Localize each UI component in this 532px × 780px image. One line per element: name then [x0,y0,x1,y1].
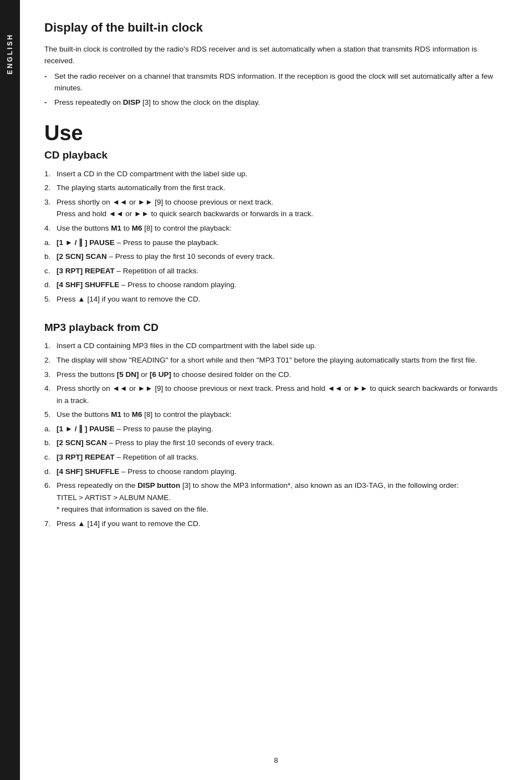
prev-icon: ◄◄ [112,198,127,206]
mp3-item-c: c. [3 RPT] REPEAT – Repetition of all tr… [44,451,503,463]
sidebar: ENGLISH [0,0,20,780]
mp3-num-d: d. [44,466,57,478]
clock-bullet-1-text: Set the radio receiver on a channel that… [54,71,503,94]
prev-icon-mp3-2: ◄◄ [328,384,342,392]
cd-num-a: a. [44,237,57,249]
use-heading: Use [44,122,503,145]
mp3-num-6: 6. [44,480,57,492]
mp3-num-3: 3. [44,369,57,381]
cd-item-4: 4. Use the buttons M1 to M6 [8] to contr… [44,222,503,234]
bullet-dash-2: - [44,97,54,109]
main-content: Display of the built-in clock The built-… [20,0,532,780]
mp3-item-6: 6. Press repeatedly on the DISP button [… [44,480,503,516]
cd-item-2-text: The playing starts automatically from th… [57,182,503,194]
mp3-item-3: 3. Press the buttons [5 DN] or [6 UP] to… [44,369,503,381]
cd-item-d: d. [4 SHF] SHUFFLE – Press to choose ran… [44,279,503,291]
mp3-item-c-text: [3 RPT] REPEAT – Repetition of all track… [57,451,503,463]
prev-icon-2: ◄◄ [109,210,124,218]
mp3-item-3-text: Press the buttons [5 DN] or [6 UP] to ch… [57,369,503,381]
next-icon-mp3-2: ►► [353,384,368,392]
cd-num-1: 1. [44,168,57,180]
cd-item-d-text: [4 SHF] SHUFFLE – Press to choose random… [57,279,503,291]
mp3-section-title: MP3 playback from CD [44,321,503,335]
page-container: ENGLISH Display of the built-in clock Th… [0,0,532,780]
mp3-item-2: 2. The display will show "READING" for a… [44,354,503,366]
mp3-num-a: a. [44,423,57,435]
mp3-num-2: 2. [44,354,57,366]
cd-item-4-text: Use the buttons M1 to M6 [8] to control … [57,222,503,234]
next-icon-mp3: ►► [138,384,153,392]
next-icon: ►► [138,198,153,206]
mp3-item-5: 5. Use the buttons M1 to M6 [8] to contr… [44,409,503,421]
mp3-item-5-text: Use the buttons M1 to M6 [8] to control … [57,409,503,421]
mp3-item-4-text: Press shortly on ◄◄ or ►► [9] to choose … [57,383,503,406]
cd-num-2: 2. [44,182,57,194]
mp3-num-5: 5. [44,409,57,421]
mp3-item-6-order: TITEL > ARTIST > ALBUM NAME. [57,493,171,502]
cd-item-3: 3. Press shortly on ◄◄ or ►► [9] to choo… [44,196,503,220]
mp3-num-c: c. [44,451,57,463]
cd-num-4: 4. [44,222,57,234]
page-number: 8 [274,756,278,764]
cd-item-c-text: [3 RPT] REPEAT – Repetition of all track… [57,265,503,277]
mp3-item-d-text: [4 SHF] SHUFFLE – Press to choose random… [57,466,503,478]
cd-section-title: CD playback [44,149,503,162]
cd-item-c: c. [3 RPT] REPEAT – Repetition of all tr… [44,265,503,277]
mp3-item-4: 4. Press shortly on ◄◄ or ►► [9] to choo… [44,383,503,406]
cd-num-5: 5. [44,293,57,305]
eject-icon-mp3: ▲ [78,519,85,528]
cd-item-1: 1. Insert a CD in the CD compartment wit… [44,168,503,180]
cd-numbered-list: 1. Insert a CD in the CD compartment wit… [44,168,503,305]
clock-bullet-1: - Set the radio receiver on a channel th… [44,71,503,94]
clock-bullet-2-text: Press repeatedly on DISP [3] to show the… [54,97,503,109]
mp3-item-b-text: [2 SCN] SCAN – Press to play the first 1… [57,437,503,449]
cd-item-a-text: [1 ► / ‖ ] PAUSE – Press to pause the pl… [57,237,503,249]
bullet-dash-1: - [44,71,54,83]
mp3-item-a-text: [1 ► / ‖ ] PAUSE – Press to pause the pl… [57,423,503,435]
eject-icon: ▲ [78,295,85,303]
cd-item-5: 5. Press ▲ [14] if you want to remove th… [44,293,503,305]
mp3-num-b: b. [44,437,57,449]
mp3-item-2-text: The display will show "READING" for a sh… [57,354,503,366]
cd-num-d: d. [44,279,57,291]
clock-section-title: Display of the built-in clock [44,20,503,36]
mp3-item-6-text: Press repeatedly on the DISP button [3] … [57,480,503,516]
cd-item-3-text: Press shortly on ◄◄ or ►► [9] to choose … [57,196,503,220]
mp3-item-1: 1. Insert a CD containing MP3 files in t… [44,340,503,352]
cd-num-c: c. [44,265,57,277]
cd-item-5-text: Press ▲ [14] if you want to remove the C… [57,293,503,305]
mp3-item-7: 7. Press ▲ [14] if you want to remove th… [44,518,503,530]
cd-item-a: a. [1 ► / ‖ ] PAUSE – Press to pause the… [44,237,503,249]
clock-intro: The built-in clock is controlled by the … [44,44,503,67]
mp3-num-1: 1. [44,340,57,352]
cd-item-b-text: [2 SCN] SCAN – Press to play the first 1… [57,251,503,263]
mp3-item-d: d. [4 SHF] SHUFFLE – Press to choose ran… [44,466,503,478]
cd-num-3: 3. [44,196,57,208]
mp3-numbered-list: 1. Insert a CD containing MP3 files in t… [44,340,503,529]
mp3-item-7-text: Press ▲ [14] if you want to remove the C… [57,518,503,530]
next-icon-2: ►► [134,210,149,218]
cd-item-2: 2. The playing starts automatically from… [44,182,503,194]
prev-icon-mp3: ◄◄ [112,384,127,392]
cd-item-b: b. [2 SCN] SCAN – Press to play the firs… [44,251,503,263]
sidebar-label: ENGLISH [6,33,14,74]
mp3-num-4: 4. [44,383,57,395]
mp3-item-6-note: * requires that information is saved on … [57,505,208,513]
mp3-num-7: 7. [44,518,57,530]
cd-num-b: b. [44,251,57,263]
mp3-item-1-text: Insert a CD containing MP3 files in the … [57,340,503,352]
mp3-item-b: b. [2 SCN] SCAN – Press to play the firs… [44,437,503,449]
cd-item-1-text: Insert a CD in the CD compartment with t… [57,168,503,180]
mp3-item-a: a. [1 ► / ‖ ] PAUSE – Press to pause the… [44,423,503,435]
clock-bullet-2: - Press repeatedly on DISP [3] to show t… [44,97,503,109]
